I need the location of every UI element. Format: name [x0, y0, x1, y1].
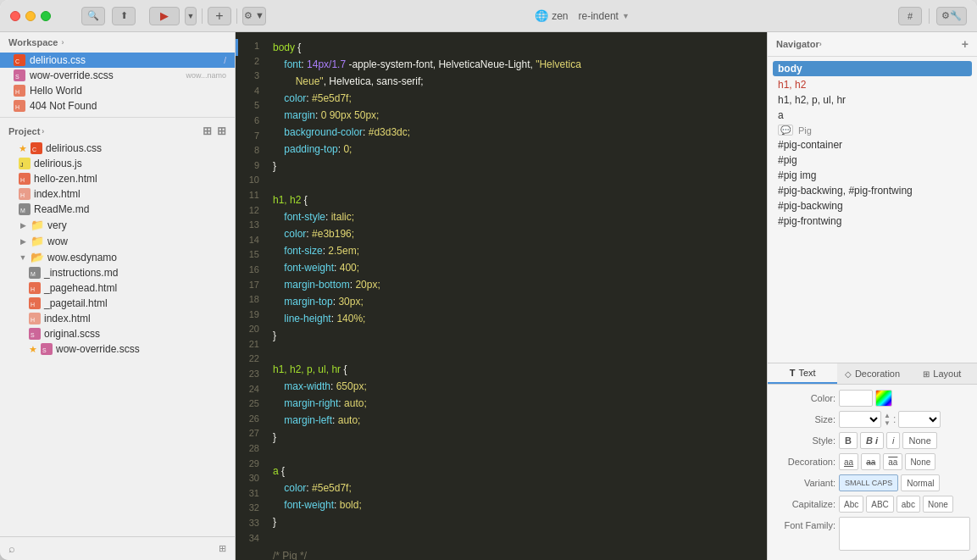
tools-button[interactable]: ⚙🔧: [936, 7, 967, 25]
settings-button[interactable]: ⚙ ▼: [242, 7, 266, 25]
file-badge: wow...namo: [186, 71, 226, 80]
nav-pig-container[interactable]: #pig-container: [768, 137, 977, 152]
style-control: B B i i None: [839, 432, 970, 449]
tab-layout-label: Layout: [933, 369, 961, 379]
tree-item-label: index.html: [34, 188, 80, 200]
tree-delirious-js[interactable]: J delirious.js: [0, 156, 235, 171]
style-label: Style:: [774, 435, 835, 446]
search-button[interactable]: 🔍: [81, 7, 105, 25]
close-button[interactable]: [10, 11, 20, 21]
file-404[interactable]: H 404 Not Found: [0, 98, 235, 114]
tree-index-html[interactable]: H index.html: [0, 186, 235, 202]
nav-pig-group[interactable]: 💬 Pig: [768, 123, 977, 137]
code-line: margin-bottom: 20px;: [273, 276, 767, 293]
editor-area: 12345 678910 1112131415 1617181920 21222…: [236, 32, 767, 560]
nav-pig-backwing-frontwing[interactable]: #pig-backwing, #pig-frontwing: [768, 183, 977, 198]
nav-pig-img[interactable]: #pig img: [768, 168, 977, 183]
folder-toggle-wow[interactable]: ▶: [19, 237, 27, 246]
add-button[interactable]: +: [208, 7, 231, 25]
size-up-arrow[interactable]: ▲: [884, 413, 891, 419]
italic-button[interactable]: i: [886, 432, 900, 449]
bold-italic-button[interactable]: B i: [860, 432, 884, 449]
file-delirious-css[interactable]: C delirious.css /: [0, 53, 235, 68]
svg-text:H: H: [20, 177, 25, 183]
tab-decoration[interactable]: ◇ Decoration: [837, 363, 907, 384]
file-hello-world[interactable]: H Hello World: [0, 83, 235, 98]
js-file-icon: J: [19, 158, 31, 169]
css-icon: C: [14, 54, 25, 66]
tree-wow-override[interactable]: ★ S wow-override.scss: [0, 341, 235, 357]
deco-overline-btn[interactable]: aa: [883, 453, 902, 470]
color-picker-button[interactable]: [875, 390, 892, 407]
run-dropdown[interactable]: ▼: [185, 7, 197, 25]
size-control: ▲ ▼ :: [839, 411, 970, 428]
size-value-dropdown[interactable]: [839, 411, 881, 428]
size-unit-dropdown[interactable]: [898, 411, 941, 428]
html-icon-2: H: [14, 100, 25, 112]
nav-a[interactable]: a: [768, 108, 977, 123]
deco-strikethrough-btn[interactable]: aa: [861, 453, 880, 470]
tree-hello-zen[interactable]: H hello-zen.html: [0, 171, 235, 186]
tree-wow-folder[interactable]: ▶ 📁 wow: [0, 233, 235, 249]
deco-underline-btn[interactable]: aa: [839, 453, 858, 470]
bold-button[interactable]: B: [839, 432, 858, 449]
code-content[interactable]: body { font: 14px/1.7 -apple-system-font…: [266, 32, 767, 560]
tree-instructions[interactable]: M _instructions.md: [0, 265, 235, 280]
hash-button[interactable]: #: [898, 7, 922, 25]
run-button[interactable]: ▶: [149, 7, 180, 25]
code-line: background-color: #d3d3dc;: [273, 124, 767, 141]
tree-wow-esdynamo[interactable]: ▼ 📂 wow.esdynamo: [0, 249, 235, 265]
folder-toggle-esdynamo[interactable]: ▼: [19, 253, 27, 262]
sidebar-search-input[interactable]: [20, 543, 214, 555]
style-row: Style: B B i i None: [774, 432, 970, 449]
file-wow-override-scss[interactable]: S wow-override.scss wow...namo: [0, 68, 235, 83]
project-options-btn[interactable]: ⊞: [217, 125, 226, 137]
tree-pagetail[interactable]: H _pagetail.html: [0, 296, 235, 311]
tree-delirious-css[interactable]: ★ C delirious.css: [0, 141, 235, 156]
code-line: [273, 175, 767, 191]
share-button[interactable]: ⬆: [112, 7, 136, 25]
nav-pig-backwing[interactable]: #pig-backwing: [768, 198, 977, 213]
color-swatch[interactable]: [839, 390, 873, 407]
tab-decoration-label: Decoration: [855, 369, 900, 379]
nav-h1h2[interactable]: h1, h2: [768, 77, 977, 92]
navigator-add-btn[interactable]: +: [962, 37, 969, 51]
cap-lower-btn[interactable]: abc: [897, 496, 920, 513]
html-icon: H: [14, 85, 25, 97]
tree-very-folder[interactable]: ▶ 📁 very: [0, 217, 235, 233]
variant-row: Variant: SMALL CAPS Normal: [774, 474, 970, 491]
nav-body[interactable]: body: [773, 61, 972, 76]
nav-label: h1, h2, p, ul, hr: [778, 94, 846, 106]
none-style-button[interactable]: None: [902, 432, 936, 449]
new-file-btn[interactable]: ⊞: [203, 125, 212, 137]
small-caps-button[interactable]: SMALL CAPS: [839, 474, 898, 491]
maximize-button[interactable]: [41, 11, 51, 21]
code-line: color: #5e5d7f;: [273, 480, 767, 496]
nav-label: #pig-backwing: [778, 200, 843, 212]
normal-variant-button[interactable]: Normal: [901, 474, 940, 491]
navigator-header: Navigator › +: [768, 32, 977, 57]
minimize-button[interactable]: [25, 11, 36, 21]
workspace-section: Workspace ›: [0, 32, 235, 53]
nav-h1h2pul[interactable]: h1, h2, p, ul, hr: [768, 92, 977, 108]
cap-none-btn[interactable]: None: [923, 496, 953, 513]
tab-layout[interactable]: ⊞ Layout: [908, 363, 977, 384]
tab-text[interactable]: T Text: [768, 363, 837, 384]
tree-index2[interactable]: H index.html: [0, 311, 235, 326]
workspace-chevron[interactable]: ›: [62, 38, 64, 47]
tree-original-scss[interactable]: S original.scss: [0, 326, 235, 341]
zen-button[interactable]: 🌐 zen: [535, 9, 568, 22]
font-family-textarea[interactable]: [839, 517, 970, 551]
tree-readme[interactable]: M ReadMe.md: [0, 202, 235, 217]
reindent-button[interactable]: re-indent ▼: [579, 10, 630, 22]
filter-icon[interactable]: ⊞: [219, 543, 226, 554]
nav-pig[interactable]: #pig: [768, 152, 977, 168]
nav-pig-frontwing[interactable]: #pig-frontwing: [768, 213, 977, 229]
decoration-tab-icon: ◇: [845, 369, 852, 379]
size-down-arrow[interactable]: ▼: [884, 420, 891, 427]
tree-pagehead[interactable]: H _pagehead.html: [0, 280, 235, 296]
deco-none-btn[interactable]: None: [905, 453, 935, 470]
folder-toggle[interactable]: ▶: [19, 221, 27, 230]
cap-upper-btn[interactable]: ABC: [866, 496, 894, 513]
cap-abc-btn[interactable]: Abc: [839, 496, 863, 513]
